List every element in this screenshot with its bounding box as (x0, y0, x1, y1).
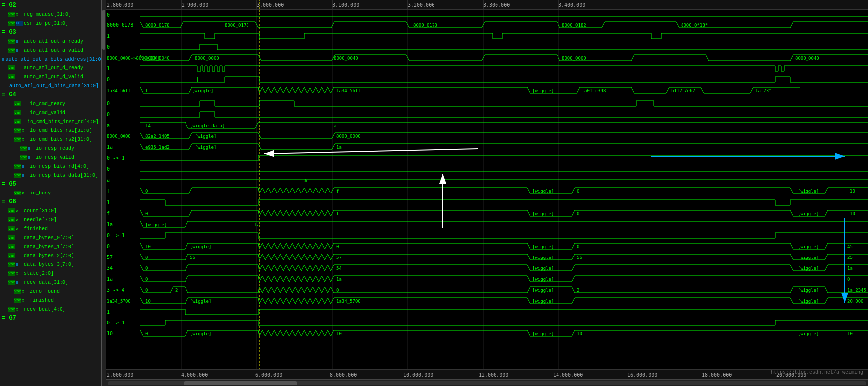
signal-atl-address[interactable]: ⊞ auto_atl_out_a_bits_address[31:0] (0, 55, 101, 64)
plus-icon9: ⊞ (28, 155, 35, 160)
plus-icon: ⊞ (16, 39, 23, 44)
sidebar-scrollbar[interactable] (102, 0, 106, 386)
circle-icon9: ⊘ (22, 289, 29, 294)
sidebar-scroll-thumb[interactable] (102, 10, 105, 50)
circle-icon7: ⊘ (16, 226, 23, 231)
svg-text:6,000,000: 6,000,000 (255, 372, 282, 378)
signal-cmd-valid[interactable]: var ⊞ io_cmd_valid (0, 108, 101, 117)
svg-text:18,000,000: 18,000,000 (702, 372, 732, 378)
svg-text:0: 0 (577, 244, 579, 249)
var-icon17: var (8, 208, 15, 213)
svg-text:[wiggle]: [wiggle] (798, 244, 819, 249)
waveform-area: 2,800,000 2,900,000 3,000,000 3,100,000 … (106, 0, 868, 386)
group-g2[interactable]: = G2 (0, 1, 101, 10)
signal-name20: needle[7:0] (24, 217, 57, 223)
signal-atl-valid[interactable]: var ⊞ auto_atl_out_a_valid (0, 46, 101, 55)
signal-cmd-rs2[interactable]: var ⊘ io_cmd_bits_rs2[31:0] (0, 135, 101, 144)
signal-atl-ready[interactable]: var ⊞ auto_atl_out_a_ready (0, 37, 101, 46)
svg-text:[wiggle]: [wiggle] (798, 266, 819, 271)
svg-text:45: 45 (847, 244, 853, 249)
svg-text:2,900,000: 2,900,000 (182, 2, 208, 8)
svg-text:3,100,000: 3,100,000 (332, 2, 359, 8)
svg-text:3 -> 4: 3 -> 4 (107, 287, 124, 293)
svg-text:8000_0178: 8000_0178 (225, 23, 249, 28)
grp-icon6: ⊞ (16, 244, 23, 249)
svg-text:f: f (145, 88, 148, 93)
signal-name5: auto_atl_out_a_bits_address[31:0] (5, 57, 102, 62)
svg-text:1a34_5700: 1a34_5700 (336, 299, 361, 304)
signal-csr-io-pc[interactable]: var ⊡ csr_io_pc[31:0] (0, 19, 101, 28)
plus-icon5: ⊞ (22, 101, 29, 106)
svg-text:8000_0000: 8000_0000 (336, 134, 361, 139)
signal-name10: io_cmd_valid (30, 110, 65, 116)
var-icon24: var (8, 271, 15, 276)
group-g7[interactable]: = G7 (0, 314, 101, 322)
signal-atl-d-ready[interactable]: var ⊞ auto_atl_out_d_ready (0, 64, 101, 72)
signal-atl-d-data[interactable]: ⊞ auto_atl_out_d_bits_data[31:0] (0, 81, 101, 90)
svg-text:[wiggle]: [wiggle] (532, 211, 554, 216)
signal-name2: csr_io_pc[31:0] (24, 21, 68, 26)
signal-resp-data[interactable]: var ⊞ io_resp_bits_data[31:0] (0, 171, 101, 180)
signal-cmd-inst-rd[interactable]: var ⊞ io_cmd_bits_inst_rd[4:0] (0, 117, 101, 126)
circle-icon5: ⊘ (16, 208, 23, 213)
signal-data-bytes2[interactable]: var ⊞ data_bytes_2[7:0] (0, 251, 101, 260)
svg-text:1a: 1a (107, 144, 113, 150)
signal-needle[interactable]: var ⊘ needle[7:0] (0, 215, 101, 224)
signal-name16: io_resp_bits_rd[4:0] (30, 164, 89, 169)
svg-text:[wiggle]: [wiggle] (798, 211, 819, 216)
signal-count[interactable]: var ⊘ count[31:0] (0, 206, 101, 215)
signal-state[interactable]: var ⊘ state[2:0] (0, 269, 101, 278)
svg-text:56: 56 (577, 255, 582, 260)
svg-text:10,000,000: 10,000,000 (403, 372, 433, 378)
var-icon14: var (14, 164, 21, 169)
signal-name13: io_cmd_bits_rs2[31:0] (30, 137, 92, 142)
svg-text:8000_0*1B*: 8000_0*1B* (681, 23, 708, 28)
signal-io-busy[interactable]: var ⊘ io_busy (0, 189, 101, 197)
var-icon8: var (14, 110, 21, 115)
signal-recv-beat[interactable]: var ⊘ recv_beat[4:0] (0, 305, 101, 314)
svg-text:[wiggle data]: [wiggle data] (190, 123, 225, 128)
signal-finished-2[interactable]: var ⊘ finished (0, 296, 101, 305)
signal-name3: auto_atl_out_a_ready (24, 39, 83, 44)
svg-text:1: 1 (107, 200, 110, 205)
signal-recv-data[interactable]: var ⊞ recv_data[31:0] (0, 278, 101, 287)
signal-atl-d-valid[interactable]: var ⊞ auto_atl_out_d_valid (0, 72, 101, 81)
signal-data-bytes0[interactable]: var ⊞ data_bytes_0[7:0] (0, 233, 101, 242)
circle-icon3: ⊘ (22, 137, 29, 142)
signal-resp-valid[interactable]: var ⊞ io_resp_valid (0, 153, 101, 162)
svg-text:e935_1ad2: e935_1ad2 (145, 145, 170, 150)
svg-text:0: 0 (145, 331, 148, 336)
signal-resp-ready[interactable]: var ⊞ io_resp_ready (0, 144, 101, 153)
signal-data-bytes3[interactable]: var ⊞ data_bytes_3[7:0] (0, 260, 101, 269)
signal-name7: auto_atl_out_d_valid (24, 74, 83, 80)
svg-text:1: 1 (107, 66, 110, 71)
signal-finished-1[interactable]: var ⊘ finished (0, 224, 101, 233)
svg-text:8000_0000: 8000_0000 (562, 56, 586, 61)
signal-cmd-ready[interactable]: var ⊞ io_cmd_ready (0, 99, 101, 108)
signal-data-bytes1[interactable]: var ⊞ data_bytes_1[7:0] (0, 242, 101, 251)
signal-resp-rd[interactable]: var ⊞ io_resp_bits_rd[4:0] (0, 162, 101, 171)
svg-text:2,000,000: 2,000,000 (107, 372, 133, 378)
group-g5[interactable]: = G5 (0, 180, 101, 189)
var-icon9: var (14, 119, 21, 124)
signal-zero-found[interactable]: var ⊘ zero_found (0, 287, 101, 296)
svg-text:f: f (336, 189, 339, 193)
signal-reg-mcause[interactable]: var ⊘ reg_mcause[31:0] (0, 10, 101, 19)
svg-text:[wiggle]: [wiggle] (192, 88, 213, 93)
var-icon20: var (8, 235, 15, 240)
group-g6[interactable]: = G6 (0, 197, 101, 206)
plus-icon4: ⊞ (16, 74, 23, 79)
group-g4[interactable]: = G4 (0, 90, 101, 99)
signal-name23: data_bytes_1[7:0] (24, 244, 74, 250)
scrollbar-thumb[interactable] (184, 381, 297, 385)
signal-name: reg_mcause[31:0] (24, 12, 71, 17)
svg-text:14: 14 (145, 123, 151, 128)
scrollbar-track[interactable] (108, 381, 866, 385)
signal-cmd-rs1[interactable]: var ⊘ io_cmd_bits_rs1[31:0] (0, 126, 101, 135)
group-g3[interactable]: = G3 (0, 28, 101, 37)
bottom-scrollbar[interactable] (106, 379, 868, 386)
var-icon27: var (14, 298, 21, 303)
grp-icon: ⊞ (2, 57, 4, 62)
circle-icon4: ⊘ (22, 191, 29, 195)
svg-text:0: 0 (145, 211, 148, 216)
